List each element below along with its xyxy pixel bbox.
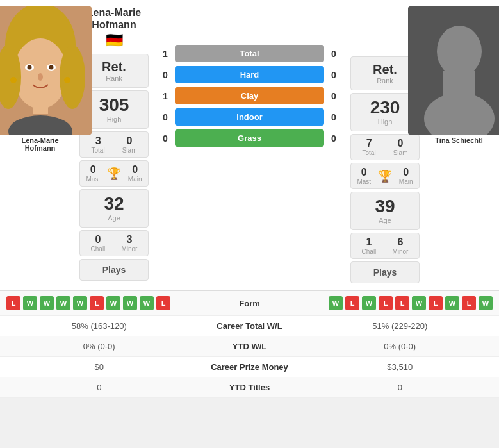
svg-point-7: [27, 65, 31, 70]
svg-point-10: [10, 77, 17, 83]
court-row-clay: 1 Clay 0: [160, 87, 339, 104]
right-plays-label: Plays: [373, 267, 397, 278]
court-badge-1: Hard: [175, 66, 324, 83]
form-badge-1: L: [345, 296, 359, 310]
form-badge-7: W: [445, 296, 459, 310]
left-mast-label: Mast: [86, 176, 100, 183]
court-right-score-2: 0: [328, 91, 339, 101]
form-badge-6: W: [106, 296, 120, 310]
right-mast-label: Mast: [357, 178, 371, 185]
form-badge-6: L: [429, 296, 443, 310]
court-row-indoor: 0 Indoor 0: [160, 108, 339, 126]
right-slam-val: 0: [398, 138, 404, 149]
court-right-score-4: 0: [328, 133, 339, 144]
form-label: Form: [211, 299, 288, 308]
court-row-total: 1 Total 0: [160, 45, 339, 62]
right-minor-label: Minor: [392, 248, 408, 255]
titles-right: 0: [307, 383, 493, 392]
left-mast-main-box: 0 Mast 🏆 0 Main: [79, 160, 149, 187]
left-slam-val: 0: [127, 135, 133, 147]
svg-rect-13: [33, 101, 48, 114]
bottom-section: LWWWWLWWWL Form WLWLLWLWLW 58% (163-120)…: [0, 290, 499, 398]
right-player-photo: [408, 6, 500, 135]
right-age-box: 39 Age: [350, 192, 420, 230]
right-age-label: Age: [351, 217, 419, 224]
svg-point-4: [60, 45, 85, 109]
prize-label: Career Prize Money: [192, 362, 307, 372]
right-slam-cell: 0 Slam: [393, 138, 408, 156]
court-left-score-2: 1: [160, 91, 171, 101]
court-right-score-1: 0: [328, 70, 339, 80]
right-total-cell: 7 Total: [363, 138, 376, 156]
court-badge-4: Grass: [175, 129, 324, 147]
right-total-slam-box: 7 Total 0 Slam: [350, 134, 420, 160]
right-chall-label: Chall: [362, 248, 377, 255]
titles-label: YTD Titles: [192, 383, 307, 392]
right-player-svg: [408, 6, 500, 135]
court-left-score-4: 0: [160, 133, 171, 144]
court-left-score-1: 0: [160, 70, 171, 80]
right-player-column: Tina Schiechtl: [425, 6, 493, 283]
right-form-badges: WLWLLWLWLW: [288, 296, 493, 310]
prize-right: $3,510: [307, 362, 493, 372]
titles-left: 0: [6, 383, 192, 392]
court-rows: 1 Total 0 0 Hard 0 1 Clay 0 0 Indoor 0 0…: [160, 45, 339, 147]
career-wl-row: 58% (163-120) Career Total W/L 51% (229-…: [0, 316, 499, 336]
left-minor-label: Minor: [121, 245, 137, 253]
left-player-column: Lena-Marie Hofmann: [6, 6, 74, 283]
left-chall-cell: 0 Chall: [91, 234, 106, 253]
svg-point-11: [64, 77, 70, 83]
right-trophy-icon: 🏆: [378, 169, 392, 183]
left-chall-minor-box: 0 Chall 3 Minor: [79, 230, 149, 256]
form-badge-5: W: [412, 296, 426, 310]
left-player-photo: [0, 6, 92, 135]
form-badge-4: L: [395, 296, 409, 310]
court-row-grass: 0 Grass 0: [160, 129, 339, 147]
left-chall-val: 0: [95, 234, 101, 245]
career-wl-right: 51% (229-220): [307, 321, 493, 331]
prize-left: $0: [6, 362, 192, 372]
form-badge-9: L: [156, 296, 170, 310]
form-badge-2: W: [362, 296, 376, 310]
left-minor-val: 3: [126, 234, 132, 245]
left-total-cell: 3 Total: [92, 135, 105, 154]
left-chall-label: Chall: [91, 245, 106, 253]
career-wl-label: Career Total W/L: [192, 321, 307, 331]
svg-point-8: [49, 65, 53, 70]
left-total-label: Total: [92, 147, 105, 154]
form-badge-3: W: [56, 296, 70, 310]
ytd-wl-row: 0% (0-0) YTD W/L 0% (0-0): [0, 336, 499, 357]
right-mast-val: 0: [361, 167, 367, 178]
right-minor-cell: 6 Minor: [392, 236, 408, 255]
career-wl-left: 58% (163-120): [6, 321, 192, 331]
court-row-hard: 0 Hard 0: [160, 66, 339, 83]
right-slam-label: Slam: [393, 149, 408, 156]
left-main-val: 0: [132, 164, 138, 176]
right-mast-main-box: 0 Mast 🏆 0 Main: [350, 163, 420, 189]
svg-point-15: [437, 26, 482, 77]
right-trophy-cell: 🏆: [378, 169, 392, 183]
right-main-cell: 0 Main: [399, 167, 413, 185]
right-age-val: 39: [351, 197, 419, 215]
left-age-label: Age: [80, 214, 148, 222]
right-main-label: Main: [399, 178, 413, 185]
court-left-score-0: 1: [160, 49, 171, 59]
svg-point-9: [38, 73, 43, 81]
left-trophy-icon: 🏆: [107, 167, 121, 181]
left-plays-box: Plays: [79, 259, 149, 281]
left-total-slam-box: 3 Total 0 Slam: [79, 131, 149, 158]
ytd-wl-left: 0% (0-0): [6, 342, 192, 351]
form-badge-0: W: [329, 296, 343, 310]
right-mast-cell: 0 Mast: [357, 167, 371, 185]
center-column: 1 Total 0 0 Hard 0 1 Clay 0 0 Indoor 0 0…: [154, 6, 345, 283]
form-row: LWWWWLWWWL Form WLWLLWLWLW: [0, 291, 499, 316]
left-slam-cell: 0 Slam: [122, 135, 137, 154]
right-main-val: 0: [403, 167, 409, 178]
titles-row: 0 YTD Titles 0: [0, 377, 499, 398]
form-badge-8: L: [462, 296, 476, 310]
form-badge-7: W: [123, 296, 137, 310]
court-badge-2: Clay: [175, 87, 324, 104]
left-main-label: Main: [128, 176, 142, 183]
form-badge-0: L: [6, 296, 20, 310]
left-slam-label: Slam: [122, 147, 137, 154]
